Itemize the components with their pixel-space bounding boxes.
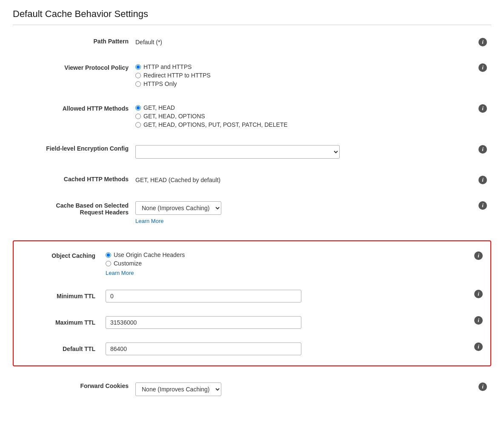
https-only-label[interactable]: HTTPS Only bbox=[143, 80, 177, 87]
forward-cookies-dropdown[interactable]: None (Improves Caching) bbox=[135, 382, 221, 396]
http-https-radio[interactable] bbox=[135, 64, 141, 70]
cache-headers-dropdown[interactable]: None (Improves Caching) bbox=[135, 201, 221, 215]
max-ttl-info-icon[interactable]: i bbox=[474, 316, 483, 325]
customize-radio[interactable] bbox=[106, 261, 111, 266]
cache-headers-info-icon[interactable]: i bbox=[478, 201, 487, 210]
default-ttl-input[interactable] bbox=[106, 342, 301, 355]
use-origin-radio[interactable] bbox=[106, 252, 111, 258]
forward-cookies-label: Forward Cookies bbox=[13, 378, 132, 400]
cache-headers-learn-more[interactable]: Learn More bbox=[135, 218, 163, 224]
allowed-methods-info-icon[interactable]: i bbox=[478, 104, 487, 113]
path-pattern-info-icon[interactable]: i bbox=[478, 38, 487, 46]
cached-methods-info-icon[interactable]: i bbox=[478, 176, 487, 184]
field-encryption-info-icon[interactable]: i bbox=[478, 145, 487, 154]
use-origin-label[interactable]: Use Origin Cache Headers bbox=[114, 251, 185, 258]
customize-label[interactable]: Customize bbox=[114, 260, 142, 267]
allowed-methods-options: GET, HEAD GET, HEAD, OPTIONS GET, HEAD, … bbox=[132, 100, 474, 132]
cached-methods-label: Cached HTTP Methods bbox=[13, 171, 132, 188]
path-pattern-label: Path Pattern bbox=[13, 34, 132, 51]
allowed-methods-label: Allowed HTTP Methods bbox=[13, 100, 132, 132]
viewer-protocol-options: HTTP and HTTPS Redirect HTTP to HTTPS HT… bbox=[132, 59, 474, 91]
cached-methods-value: GET, HEAD (Cached by default) bbox=[132, 171, 474, 188]
page-title: Default Cache Behavior Settings bbox=[13, 9, 491, 25]
http-https-label[interactable]: HTTP and HTTPS bbox=[143, 63, 192, 70]
get-head-options-label[interactable]: GET, HEAD, OPTIONS bbox=[143, 113, 205, 120]
max-ttl-input-cell bbox=[102, 313, 470, 332]
viewer-protocol-info-icon[interactable]: i bbox=[478, 63, 487, 72]
min-ttl-label: Minimum TTL bbox=[17, 286, 102, 306]
min-ttl-input[interactable] bbox=[106, 290, 301, 302]
path-pattern-value: Default (*) bbox=[132, 34, 474, 51]
max-ttl-input[interactable] bbox=[106, 316, 301, 329]
object-caching-section: Object Caching Use Origin Cache Headers bbox=[13, 240, 491, 366]
https-only-radio[interactable] bbox=[135, 81, 141, 87]
field-encryption-label: Field-level Encryption Config bbox=[13, 141, 132, 163]
get-head-options-radio[interactable] bbox=[135, 114, 141, 119]
redirect-http-label[interactable]: Redirect HTTP to HTTPS bbox=[143, 72, 211, 79]
field-encryption-dropdown-cell bbox=[132, 141, 474, 163]
field-encryption-dropdown[interactable] bbox=[135, 145, 340, 159]
cache-headers-label: Cache Based on Selected Request Headers bbox=[13, 197, 132, 228]
get-head-radio[interactable] bbox=[135, 105, 141, 111]
min-ttl-input-cell bbox=[102, 286, 470, 306]
get-head-label[interactable]: GET, HEAD bbox=[143, 104, 175, 111]
object-caching-options: Use Origin Cache Headers Customize bbox=[102, 248, 470, 280]
default-ttl-input-cell bbox=[102, 339, 470, 359]
object-caching-info-icon[interactable]: i bbox=[474, 251, 483, 260]
min-ttl-info-icon[interactable]: i bbox=[474, 290, 483, 298]
cache-headers-content: None (Improves Caching) Learn More bbox=[132, 197, 474, 228]
object-caching-label: Object Caching bbox=[17, 248, 102, 280]
forward-cookies-dropdown-cell: None (Improves Caching) bbox=[132, 378, 474, 400]
default-ttl-label: Default TTL bbox=[17, 339, 102, 359]
max-ttl-label: Maximum TTL bbox=[17, 313, 102, 332]
forward-cookies-info-icon[interactable]: i bbox=[478, 382, 487, 391]
get-head-all-label[interactable]: GET, HEAD, OPTIONS, PUT, POST, PATCH, DE… bbox=[143, 121, 288, 128]
object-caching-learn-more[interactable]: Learn More bbox=[106, 270, 134, 276]
viewer-protocol-label: Viewer Protocol Policy bbox=[13, 59, 132, 91]
default-ttl-info-icon[interactable]: i bbox=[474, 342, 483, 351]
redirect-http-radio[interactable] bbox=[135, 73, 141, 78]
get-head-all-radio[interactable] bbox=[135, 122, 141, 128]
